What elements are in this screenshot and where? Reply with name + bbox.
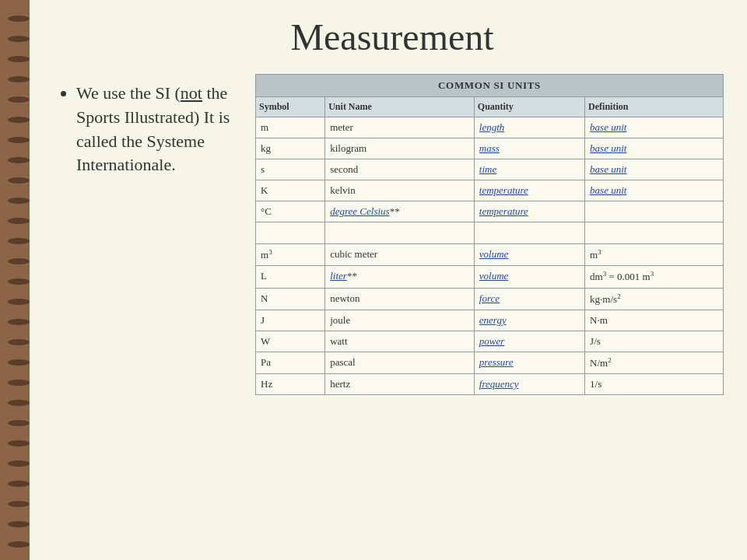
cell-symbol: m3	[256, 244, 325, 266]
cell-definition: base unit	[585, 138, 724, 159]
cell-quantity: force	[474, 288, 584, 310]
spiral-ring	[8, 16, 30, 22]
cell-unit-name: hertz	[325, 374, 475, 395]
spiral-ring	[8, 157, 30, 163]
def-base-unit: base unit	[590, 163, 626, 175]
table-row: W watt power J/s	[256, 331, 724, 352]
spiral-ring	[8, 501, 30, 507]
col-header-definition: Definition	[585, 97, 724, 117]
table-row-empty	[256, 222, 724, 244]
link-degree-celsius[interactable]: degree Celsius	[330, 205, 389, 217]
cell-unit-name: degree Celsius**	[325, 201, 475, 222]
cell-unit-name: cubic meter	[325, 244, 475, 266]
cell-symbol: kg	[256, 138, 325, 159]
cell-empty	[585, 222, 724, 244]
link-volume2[interactable]: volume	[479, 270, 509, 282]
cell-empty	[325, 222, 475, 244]
cell-symbol: J	[256, 310, 325, 331]
cell-quantity: volume	[474, 244, 584, 266]
spiral-ring	[8, 380, 30, 386]
cell-definition: kg·m/s2	[585, 288, 724, 310]
spiral-ring	[8, 359, 30, 366]
bullet-item: We use the SI (not the Sports Illustrate…	[76, 82, 240, 177]
spiral-ring	[8, 137, 30, 143]
table-row: Hz hertz frequency 1/s	[256, 374, 724, 395]
link-force[interactable]: force	[479, 292, 500, 304]
cell-empty	[474, 222, 584, 244]
table-main-header: COMMON SI UNITS	[256, 75, 724, 97]
table-row: J joule energy N·m	[256, 310, 724, 331]
cell-unit-name: pascal	[325, 352, 475, 373]
link-length[interactable]: length	[479, 121, 505, 133]
spiral-ring	[8, 218, 30, 224]
spiral-ring	[8, 76, 30, 82]
cell-unit-name: watt	[325, 331, 475, 352]
spiral-ring	[8, 278, 30, 285]
spiral-ring	[8, 460, 30, 467]
spiral-ring	[8, 521, 30, 527]
cell-definition: m3	[585, 244, 724, 266]
link-pressure[interactable]: pressure	[479, 356, 514, 368]
spiral-ring	[8, 56, 30, 62]
cell-symbol: N	[256, 288, 325, 310]
underlined-not: not	[181, 83, 202, 103]
col-header-unit-name: Unit Name	[325, 97, 475, 117]
spiral-ring	[8, 177, 30, 184]
cell-quantity: frequency	[474, 374, 584, 395]
cell-symbol: °C	[256, 201, 325, 222]
cell-quantity: power	[474, 331, 584, 352]
cell-quantity: energy	[474, 310, 584, 331]
cell-definition: N/m2	[585, 352, 724, 373]
si-units-table-container: COMMON SI UNITS Symbol Unit Name Quantit…	[255, 74, 724, 395]
cell-symbol: Hz	[256, 374, 325, 395]
link-energy[interactable]: energy	[479, 314, 507, 326]
table-row: m3 cubic meter volume m3	[256, 244, 724, 266]
cell-unit-name: kilogram	[325, 138, 475, 159]
cell-symbol: W	[256, 331, 325, 352]
cell-quantity: mass	[474, 138, 584, 159]
link-mass[interactable]: mass	[479, 142, 500, 154]
link-temperature2[interactable]: temperature	[479, 205, 528, 217]
spiral-ring	[8, 198, 30, 204]
table-row: s second time base unit	[256, 159, 724, 180]
cell-quantity: time	[474, 159, 584, 180]
cell-definition	[585, 201, 724, 222]
cell-symbol: m	[256, 117, 325, 138]
bullet-section: We use the SI (not the Sports Illustrate…	[61, 74, 240, 177]
spiral-ring	[8, 117, 30, 123]
si-units-table: COMMON SI UNITS Symbol Unit Name Quantit…	[255, 74, 724, 395]
spiral-ring	[8, 481, 30, 487]
cell-symbol: s	[256, 159, 325, 180]
page-title: Measurement	[61, 16, 724, 58]
link-time[interactable]: time	[479, 163, 496, 175]
link-volume[interactable]: volume	[479, 248, 509, 260]
spiral-ring	[8, 238, 30, 244]
spiral-ring	[8, 541, 30, 548]
link-power[interactable]: power	[479, 335, 505, 347]
col-header-symbol: Symbol	[256, 97, 325, 117]
cell-quantity: length	[474, 117, 584, 138]
link-frequency[interactable]: frequency	[479, 378, 519, 390]
spiral-ring	[8, 400, 30, 406]
table-row: L liter** volume dm3 = 0.001 m3	[256, 266, 724, 288]
cell-unit-name: liter**	[325, 266, 475, 288]
cell-unit-name: meter	[325, 117, 475, 138]
cell-quantity: temperature	[474, 201, 584, 222]
spiral-ring	[8, 36, 30, 42]
cell-symbol: L	[256, 266, 325, 288]
table-row: K kelvin temperature base unit	[256, 180, 724, 201]
spiral-binding	[0, 0, 37, 560]
cell-unit-name: newton	[325, 288, 475, 310]
col-header-quantity: Quantity	[474, 97, 584, 117]
cell-definition: dm3 = 0.001 m3	[585, 266, 724, 288]
link-temperature[interactable]: temperature	[479, 184, 528, 196]
cell-quantity: pressure	[474, 352, 584, 373]
cell-symbol: Pa	[256, 352, 325, 373]
cell-quantity: temperature	[474, 180, 584, 201]
def-base-unit: base unit	[590, 142, 626, 154]
link-liter[interactable]: liter	[330, 270, 347, 282]
spiral-ring	[8, 258, 30, 264]
cell-definition: base unit	[585, 159, 724, 180]
cell-unit-name: kelvin	[325, 180, 475, 201]
cell-definition: J/s	[585, 331, 724, 352]
